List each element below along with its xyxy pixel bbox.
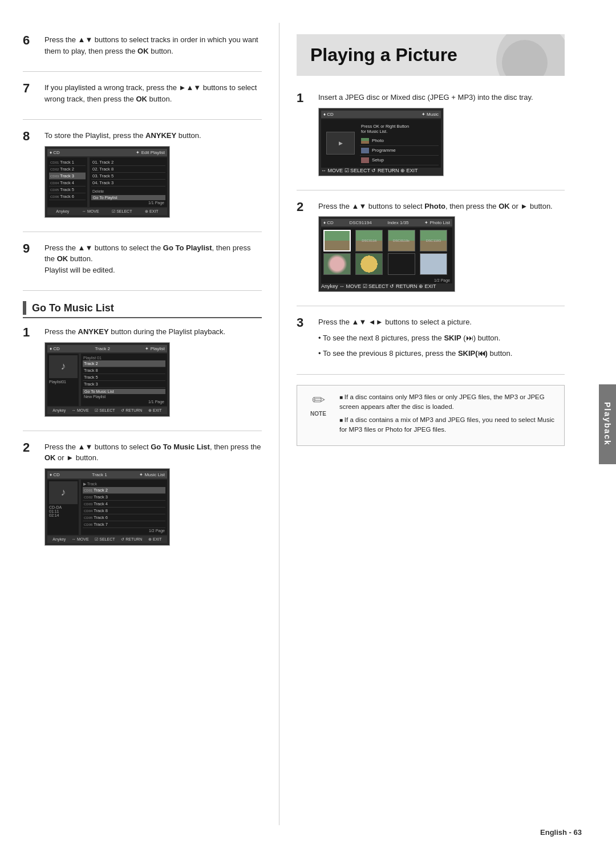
track-count-label: 01:11 — [49, 509, 77, 513]
music-list-right: ▶ Track CD01 Track 2 CD02 Track 3 CD03 T… — [81, 480, 167, 535]
select-ml: ☑ SELECT — [95, 537, 115, 542]
playlist-header-label: ✦ Playlist — [145, 346, 165, 351]
photo-list-top: ♦ CD DSC91194 Index 1/35 ✦ Photo List — [321, 219, 452, 226]
ml-track-5: CD05 Track 6 — [83, 514, 165, 521]
subsection-step-1-text: Press the ANYKEY button during the Playl… — [44, 326, 262, 338]
photo-menu-item[interactable]: Photo — [360, 136, 439, 146]
ms-left-panel: ▶ — [323, 121, 358, 165]
cd-label-ml: ♦ CD — [50, 472, 60, 477]
subsection-step-number-2: 2 — [23, 440, 39, 455]
skip-next-text: • To see the next 8 pictures, press the … — [318, 332, 565, 344]
screen-left-panel: CD01 Track 1 CD02 Track 2 CD03 Track 3 C… — [47, 157, 87, 207]
right-step-2: 2 Press the ▲▼ buttons to select Photo, … — [297, 201, 565, 307]
subsection-title: Go To Music List — [32, 302, 114, 314]
exit-ml: ⊕ EXIT — [148, 537, 162, 542]
cd-da-label: CD-DA — [49, 505, 77, 509]
track-item: CD04 Track 4 — [49, 180, 86, 186]
screen-top-bar: ♦ CD ✦ Edit Playlist — [47, 149, 167, 156]
music-list-body: ♪ CD-DA 01:11 02:14 ▶ Track CD01 Track 2… — [47, 480, 167, 535]
photo-thumb-8 — [420, 253, 447, 275]
track-item: CD02 Track 2 — [49, 166, 86, 173]
note-content: If a disc contains only MP3 files or onl… — [339, 392, 557, 439]
track-item: CD05 Track 5 — [49, 186, 86, 193]
photo-list-label: ✦ Photo List — [424, 220, 450, 225]
right-step-2-content: Press the ▲▼ buttons to select Photo, th… — [318, 201, 565, 296]
ms-top-bar: ♦ CD ✦ Music — [321, 111, 441, 118]
right-step-3-content: Press the ▲▼ ◄► buttons to select a pict… — [318, 317, 565, 364]
track-item: CD06 Track 6 — [49, 193, 86, 200]
go-to-music-btn: Go To Music List — [83, 389, 165, 394]
right-step-3-text: Press the ▲▼ ◄► buttons to select a pict… — [318, 317, 565, 328]
screen-cd-label: ♦ CD — [50, 150, 60, 155]
anykey-ml: Anykey — [52, 537, 66, 542]
subsection-step-2-content: Press the ▲▼ buttons to select Go To Mus… — [44, 441, 262, 549]
section-header: Playing a Picture — [297, 34, 565, 76]
music-note-icon: ♪ — [49, 355, 78, 378]
setup-menu-item[interactable]: Setup — [360, 156, 439, 165]
track-item-selected: CD03 Track 3 — [49, 173, 86, 180]
screen-right-panel: 01. Track 2 02. Track 8 03. Track 5 04. … — [90, 157, 167, 207]
subsection-step-2-text: Press the ▲▼ buttons to select Go To Mus… — [44, 441, 262, 464]
step-9-text: Press the ▲▼ buttons to select the Go To… — [44, 242, 262, 276]
setup-label: Setup — [372, 157, 384, 163]
page-label: 1/1 Page — [91, 200, 165, 205]
note-box: ✏ NOTE If a disc contains only MP3 files… — [297, 385, 565, 446]
ml-track-3: CD03 Track 4 — [83, 501, 165, 508]
step-6-text: Press the ▲▼ buttons to select tracks in… — [44, 34, 262, 56]
left-column: 6 Press the ▲▼ buttons to select tracks … — [0, 23, 279, 825]
right-step-number-1: 1 — [297, 91, 313, 106]
subsection-step-1: 1 Press the ANYKEY button during the Pla… — [23, 326, 262, 431]
select-label: ☑ SELECT — [112, 209, 132, 214]
step-7: 7 If you playlisted a wrong track, press… — [23, 82, 262, 120]
section-title: Playing a Picture — [310, 44, 551, 66]
exit-label: ⊕ EXIT — [145, 209, 159, 214]
photo-thumb-5 — [323, 253, 351, 275]
exit-lbl: ⊕ EXIT — [148, 408, 162, 413]
footer-text: English - 63 — [540, 828, 582, 837]
right-step-2-text: Press the ▲▼ buttons to select Photo, th… — [318, 201, 565, 212]
anykey-lbl: Anykey — [52, 408, 66, 413]
playlist-track: 02. Track 8 — [91, 166, 165, 173]
photo-page: 1/2 Page — [321, 277, 452, 283]
page-footer: English - 63 — [540, 828, 582, 837]
right-column: Playing a Picture 1 Insert a JPEG disc o… — [279, 23, 593, 825]
subsection-header: Go To Music List — [23, 301, 262, 318]
delete-label: Delete — [91, 189, 165, 194]
photo-icon — [361, 138, 369, 144]
photo-filename: DSC91194 — [349, 220, 371, 225]
music-list-label: ✦ Music List — [139, 472, 165, 477]
step-8-content: To store the Playlist, press the ANYKEY … — [44, 130, 262, 221]
screen-bottom-bar: Anykey ↔ MOVE ☑ SELECT ⊕ EXIT — [47, 208, 167, 215]
music-menu-screen: ♦ CD ✦ Music ▶ Press OK or Right Buttonf… — [318, 108, 444, 176]
ms-note-text: Press OK or Right Buttonfor Music List. — [360, 121, 439, 136]
subsection-step-2: 2 Press the ▲▼ buttons to select Go To M… — [23, 441, 262, 559]
edit-playlist-screen: ♦ CD ✦ Edit Playlist CD01 Track 1 CD02 T… — [44, 146, 170, 218]
ms-return: ↺ RETURN — [371, 168, 399, 173]
right-step-number-2: 2 — [297, 200, 313, 214]
photo-cd-label: ♦ CD — [323, 220, 334, 225]
skip-prev-text: • To see the previous 8 pictures, press … — [318, 348, 565, 359]
music-list-bottom: Anykey ↔ MOVE ☑ SELECT ↺ RETURN ⊕ EXIT — [47, 536, 167, 543]
step-number-8: 8 — [23, 129, 39, 144]
track-count: ▶ Track — [83, 481, 165, 487]
ms-select: ☑ SELECT — [345, 168, 370, 173]
step-9: 9 Press the ▲▼ buttons to select the Go … — [23, 242, 262, 291]
screen-body: CD01 Track 1 CD02 Track 2 CD03 Track 3 C… — [47, 157, 167, 207]
music-list-left: ♪ CD-DA 01:11 02:14 — [47, 480, 79, 535]
ml-track-6: CD06 Track 7 — [83, 521, 165, 528]
programme-menu-item[interactable]: Programme — [360, 146, 439, 156]
photo-grid: DSC0116 DSC0110c DSC1193 — [321, 228, 452, 277]
move-label: ↔ MOVE — [82, 209, 99, 214]
playlist-screen-left: ♪ Playlist01 — [47, 354, 79, 406]
photo-thumb-1 — [323, 230, 351, 251]
playlist-info: Playlist 01 — [83, 355, 165, 360]
photo-thumb-3: DSC0110c — [388, 230, 415, 251]
note-icon-area: ✏ NOTE — [304, 392, 333, 417]
step-9-content: Press the ▲▼ buttons to select the Go To… — [44, 242, 262, 281]
ms-bottom-bar: ↔ MOVE ☑ SELECT ↺ RETURN ⊕ EXIT — [321, 168, 441, 173]
music-list-screen: ♦ CD Track 1 ✦ Music List ♪ CD-DA 01:11 … — [44, 468, 170, 546]
playlist-screen-body: ♪ Playlist01 Playlist 01 Track 2 Track 8… — [47, 354, 167, 406]
playlist01-label: Playlist01 — [49, 380, 77, 384]
music-note-icon-2: ♪ — [49, 481, 78, 504]
page-info: 1/1 Page — [83, 399, 165, 404]
